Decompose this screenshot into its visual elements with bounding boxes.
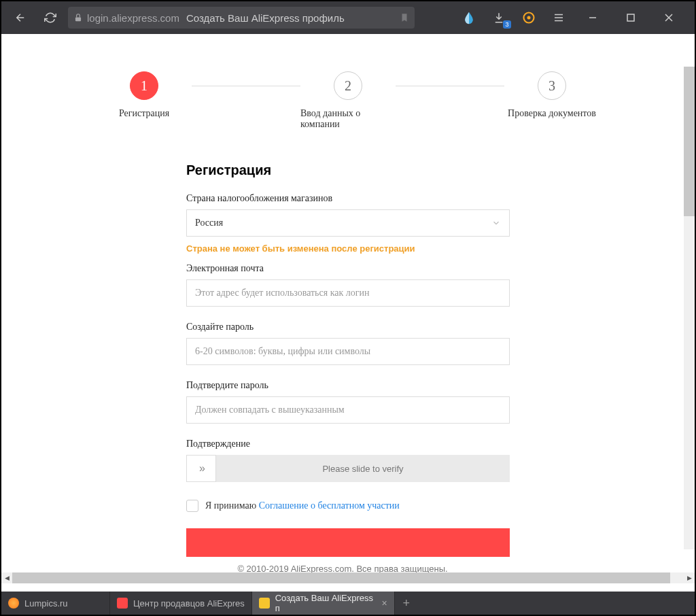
- tab-seller-center[interactable]: Центр продавцов AliExpres: [110, 592, 252, 615]
- step-connector: [192, 86, 300, 86]
- step-3: 3 Проверка документов: [504, 71, 599, 119]
- form-title: Регистрация: [186, 162, 510, 178]
- continue-button[interactable]: [186, 528, 510, 558]
- menu-button[interactable]: [549, 8, 568, 27]
- step-2-circle: 2: [334, 71, 362, 100]
- reload-icon: [44, 12, 56, 24]
- step-2: 2 Ввод данных о компании: [300, 71, 396, 130]
- agree-checkbox[interactable]: [186, 500, 198, 512]
- confirm-input[interactable]: [186, 396, 510, 424]
- new-tab-button[interactable]: +: [395, 592, 418, 615]
- slider-track: Please slide to verify: [216, 455, 510, 482]
- tab-favicon: [8, 598, 19, 609]
- tab-create-profile[interactable]: Создать Ваш AliExpress п ×: [252, 592, 395, 615]
- toolbar-right: 3: [459, 7, 688, 29]
- arrow-left-icon: [14, 12, 27, 24]
- yandex-button[interactable]: [459, 8, 478, 27]
- registration-form: Регистрация Страна налогообложения магаз…: [186, 162, 510, 561]
- horizontal-scrollbar-thumb[interactable]: [12, 572, 670, 583]
- agreement-row: Я принимаю Соглашение о бесплатном участ…: [186, 500, 510, 512]
- tab-favicon: [259, 598, 270, 609]
- download-badge: 3: [503, 20, 511, 29]
- verify-slider[interactable]: » Please slide to verify: [186, 455, 510, 482]
- url-title: Создать Ваш AliExpress профиль: [186, 12, 345, 24]
- email-label: Электронная почта: [186, 263, 510, 274]
- confirm-label: Подтвердите пароль: [186, 380, 510, 391]
- close-icon: [665, 14, 673, 22]
- drop-icon: [462, 11, 476, 24]
- url-host: login.aliexpress.com: [87, 12, 179, 24]
- vertical-scrollbar-thumb[interactable]: [684, 67, 695, 216]
- downloads-button[interactable]: 3: [489, 8, 508, 27]
- chevron-down-icon: [491, 218, 501, 228]
- password-input[interactable]: [186, 338, 510, 365]
- page-viewport: 1 Регистрация 2 Ввод данных о компании 3…: [1, 34, 695, 583]
- step-1-circle: 1: [130, 71, 158, 100]
- country-label: Страна налогообложения магазинов: [186, 193, 510, 204]
- lock-icon: [73, 13, 83, 22]
- step-3-label: Проверка документов: [508, 108, 596, 119]
- svg-point-2: [527, 16, 531, 20]
- tab-close-button[interactable]: ×: [382, 598, 387, 609]
- agree-text: Я принимаю Соглашение о бесплатном участ…: [205, 500, 400, 511]
- svg-rect-0: [75, 17, 81, 21]
- password-label: Создайте пароль: [186, 322, 510, 332]
- tab-label: Создать Ваш AliExpress п: [275, 593, 377, 613]
- slider-handle[interactable]: »: [186, 455, 216, 482]
- shield-icon: [522, 11, 536, 24]
- agree-link[interactable]: Соглашение о бесплатном участии: [259, 500, 400, 511]
- captcha-label: Подтверждение: [186, 439, 510, 449]
- close-button[interactable]: [655, 7, 682, 29]
- tab-label: Lumpics.ru: [24, 598, 68, 609]
- step-1: 1 Регистрация: [97, 71, 192, 119]
- country-value: Россия: [195, 218, 223, 228]
- maximize-button[interactable]: [617, 7, 644, 29]
- vertical-scrollbar[interactable]: [684, 67, 695, 549]
- bookmark-icon[interactable]: [400, 12, 409, 23]
- scroll-left-button[interactable]: ◀: [1, 572, 12, 583]
- browser-toolbar: login.aliexpress.com Создать Ваш AliExpr…: [1, 1, 695, 34]
- extension-button[interactable]: [519, 8, 538, 27]
- agree-prefix: Я принимаю: [205, 500, 259, 511]
- email-input[interactable]: [186, 279, 510, 307]
- tab-favicon: [117, 598, 128, 609]
- scroll-right-button[interactable]: ▶: [684, 572, 695, 583]
- step-1-label: Регистрация: [119, 108, 169, 119]
- minimize-icon: [589, 14, 597, 22]
- country-select[interactable]: Россия: [186, 209, 510, 237]
- chevron-right-icon: »: [199, 462, 203, 475]
- browser-tabbar: Lumpics.ru Центр продавцов AliExpres Соз…: [1, 592, 695, 615]
- tab-label: Центр продавцов AliExpres: [133, 598, 245, 609]
- back-button[interactable]: [8, 7, 33, 29]
- maximize-icon: [627, 14, 635, 22]
- address-bar[interactable]: login.aliexpress.com Создать Ваш AliExpr…: [68, 7, 415, 29]
- horizontal-scrollbar[interactable]: ◀ ▶: [1, 572, 695, 583]
- minimize-button[interactable]: [579, 7, 606, 29]
- tab-lumpics[interactable]: Lumpics.ru: [1, 592, 110, 615]
- step-3-circle: 3: [538, 71, 566, 100]
- hamburger-icon: [553, 12, 565, 24]
- step-2-label: Ввод данных о компании: [300, 108, 396, 130]
- progress-steps: 1 Регистрация 2 Ввод данных о компании 3…: [90, 71, 606, 130]
- country-warning: Страна не может быть изменена после реги…: [186, 243, 510, 254]
- reload-button[interactable]: [38, 7, 63, 29]
- svg-rect-3: [627, 14, 634, 21]
- step-connector: [396, 86, 504, 86]
